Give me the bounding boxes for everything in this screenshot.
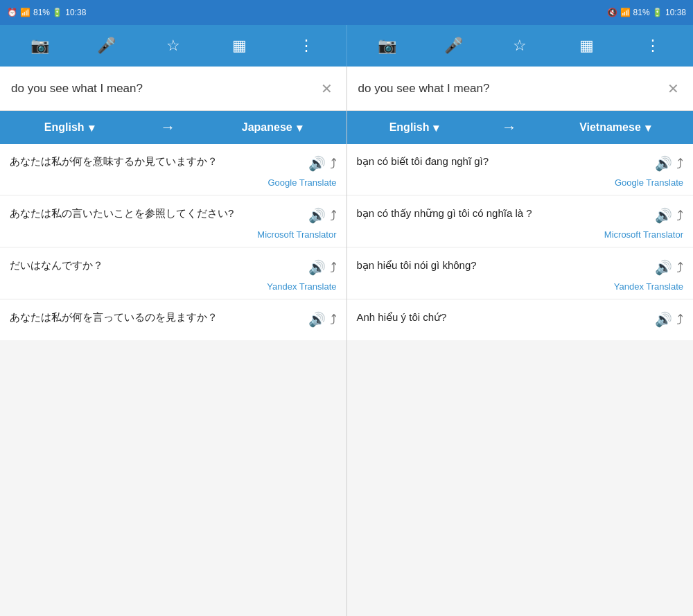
clear-button-left[interactable]: ✕ [318,78,335,100]
source-lang-right[interactable]: English ▾ [389,121,439,134]
translations-right: bạn có biết tôi đang nghĩ gì? 🔊 ⤴ Google… [347,144,694,616]
search-text-left[interactable]: do you see what I mean? [11,80,318,97]
target-lang-left[interactable]: Japanese ▾ [242,121,302,134]
time-left: 10:38 [65,8,86,17]
target-lang-label-left: Japanese [242,121,292,134]
battery-right: 81% 🔋 [633,8,663,17]
wifi-icon-right: 📶 [620,8,631,17]
share-icon-left-3[interactable]: ⤴ [330,312,337,328]
translation-text-left-0: あなたは私が何を意味するか見ていますか？ [10,154,308,170]
sound-icon-right-3[interactable]: 🔊 [655,311,672,328]
panel-right: do you see what I mean? ✕ English ▾ → Vi… [347,67,694,616]
target-lang-label-right: Vietnamese [579,121,641,134]
status-bar: ⏰ 📶 81% 🔋 10:38 🔇 📶 81% 🔋 10:38 [0,0,693,25]
translation-text-right-1: bạn có thấy những gì tôi có nghĩa là ? [357,206,656,222]
battery-left: 81% 🔋 [33,8,62,17]
source-lang-left[interactable]: English ▾ [44,121,94,134]
toolbar-right: 📷 🎤 ☆ ▦ ⋮ [347,25,694,67]
translation-text-left-3: あなたは私が何を言っているのを見ますか？ [10,310,308,326]
share-icon-right-2[interactable]: ⤴ [676,260,683,276]
clock-icon: ⏰ [7,8,17,17]
share-icon-right-3[interactable]: ⤴ [676,312,683,328]
wifi-icon: 📶 [20,8,30,17]
target-lang-dropdown-right[interactable]: ▾ [645,121,651,134]
sound-icon-left-1[interactable]: 🔊 [308,207,326,224]
share-icon-left-1[interactable]: ⤴ [330,208,337,224]
translation-text-right-3: Anh hiểu ý tôi chứ? [357,310,656,326]
more-icon-right[interactable]: ⋮ [639,32,667,60]
status-left: ⏰ 📶 81% 🔋 10:38 [7,0,86,25]
share-icon-right-1[interactable]: ⤴ [676,208,683,224]
search-area-right: do you see what I mean? ✕ [347,67,694,111]
share-icon-left-0[interactable]: ⤴ [330,156,337,172]
source-lang-label-left: English [44,121,85,134]
main-content: do you see what I mean? ✕ English ▾ → Ja… [0,67,693,616]
toolbar: 📷 🎤 ☆ ▦ ⋮ 📷 🎤 ☆ ▦ ⋮ [0,25,693,67]
share-icon-left-2[interactable]: ⤴ [330,260,337,276]
sound-icon-left-2[interactable]: 🔊 [308,259,326,276]
translation-text-left-1: あなたは私の言いたいことを参照してください? [10,206,308,222]
share-icon-right-0[interactable]: ⤴ [676,156,683,172]
sound-icon-right-1[interactable]: 🔊 [655,207,672,224]
translation-source-left-1: Microsoft Translator [10,229,337,240]
translation-card-left-3: あなたは私が何を言っているのを見ますか？ 🔊 ⤴ [0,300,346,340]
camera-icon-left[interactable]: 📷 [26,32,54,60]
translation-card-right-1: bạn có thấy những gì tôi có nghĩa là ? 🔊… [347,196,694,247]
translation-text-left-2: だいはなんですか？ [10,258,308,274]
clear-button-right[interactable]: ✕ [665,78,682,100]
mic-icon-right[interactable]: 🎤 [439,32,467,60]
translation-source-left-2: Yandex Translate [10,281,337,292]
translation-source-right-2: Yandex Translate [357,281,684,292]
source-lang-dropdown-right[interactable]: ▾ [433,121,439,134]
time-right: 10:38 [665,8,686,17]
translation-card-right-3: Anh hiểu ý tôi chứ? 🔊 ⤴ [347,300,694,340]
mute-icon-right: 🔇 [607,8,617,17]
source-lang-dropdown-left[interactable]: ▾ [89,121,94,134]
translation-card-right-0: bạn có biết tôi đang nghĩ gì? 🔊 ⤴ Google… [347,144,694,195]
sound-icon-left-3[interactable]: 🔊 [308,311,326,328]
translation-text-right-0: bạn có biết tôi đang nghĩ gì? [357,154,656,170]
sound-icon-right-0[interactable]: 🔊 [655,155,672,172]
translation-card-left-0: あなたは私が何を意味するか見ていますか？ 🔊 ⤴ Google Translat… [0,144,346,195]
more-icon-left[interactable]: ⋮ [292,32,320,60]
target-lang-dropdown-left[interactable]: ▾ [297,121,302,134]
lang-arrow-right: → [502,118,517,137]
status-right: 🔇 📶 81% 🔋 10:38 [607,0,686,25]
source-lang-label-right: English [389,121,430,134]
translation-card-left-2: だいはなんですか？ 🔊 ⤴ Yandex Translate [0,248,346,299]
star-icon-right[interactable]: ☆ [506,32,534,60]
target-lang-right[interactable]: Vietnamese ▾ [579,121,651,134]
books-icon-left[interactable]: ▦ [226,32,254,60]
lang-bar-left: English ▾ → Japanese ▾ [0,111,346,144]
translation-source-left-0: Google Translate [10,177,337,188]
toolbar-left: 📷 🎤 ☆ ▦ ⋮ [0,25,347,67]
translation-source-right-1: Microsoft Translator [357,229,684,240]
translation-text-right-2: bạn hiểu tôi nói gì không? [357,258,656,274]
star-icon-left[interactable]: ☆ [159,32,187,60]
translation-source-right-0: Google Translate [357,177,684,188]
lang-bar-right: English ▾ → Vietnamese ▾ [347,111,694,144]
panel-left: do you see what I mean? ✕ English ▾ → Ja… [0,67,347,616]
mic-icon-left[interactable]: 🎤 [93,32,121,60]
books-icon-right[interactable]: ▦ [572,32,600,60]
search-area-left: do you see what I mean? ✕ [0,67,346,111]
sound-icon-left-0[interactable]: 🔊 [308,155,326,172]
search-text-right[interactable]: do you see what I mean? [358,80,665,97]
translation-card-left-1: あなたは私の言いたいことを参照してください? 🔊 ⤴ Microsoft Tra… [0,196,346,247]
lang-arrow-left: → [160,118,175,137]
sound-icon-right-2[interactable]: 🔊 [655,259,672,276]
translations-left: あなたは私が何を意味するか見ていますか？ 🔊 ⤴ Google Translat… [0,144,346,616]
camera-icon-right[interactable]: 📷 [373,32,401,60]
translation-card-right-2: bạn hiểu tôi nói gì không? 🔊 ⤴ Yandex Tr… [347,248,694,299]
